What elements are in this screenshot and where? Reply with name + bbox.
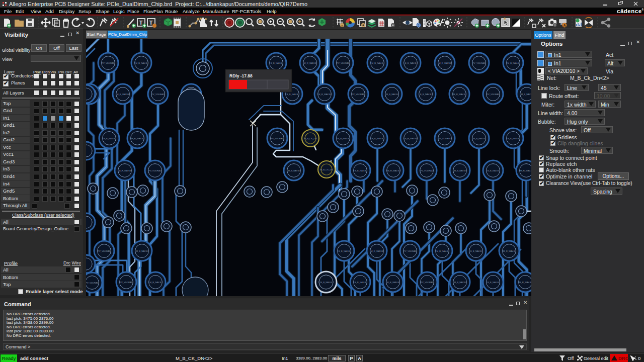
svg-text:M_R_WAV-B: M_R_WAV-B bbox=[371, 250, 383, 252]
svg-text:B_B_NAV-B: B_B_NAV-B bbox=[470, 250, 482, 252]
svg-text:M_R_WAV-B: M_R_WAV-B bbox=[117, 93, 129, 96]
svg-text:B_B_NAV-B: B_B_NAV-B bbox=[355, 281, 366, 284]
svg-text:M_R_WAV-B: M_R_WAV-B bbox=[318, 93, 331, 96]
svg-text:B_B_NAV-B: B_B_NAV-B bbox=[488, 281, 499, 284]
svg-text:PV_VDDRAD: PV_VDDRAD bbox=[438, 137, 451, 140]
svg-text:M_R_WAV-B: M_R_WAV-B bbox=[503, 250, 515, 252]
svg-text:PV_VDDRAD: PV_VDDRAD bbox=[148, 169, 162, 172]
svg-text:M_R_WAV-B: M_R_WAV-B bbox=[405, 137, 417, 140]
svg-text:B_B_NAV-B: B_B_NAV-B bbox=[420, 93, 432, 96]
svg-text:M_B_NAV-B: M_B_NAV-B bbox=[521, 93, 531, 96]
svg-text:M_B_NAV-B: M_B_NAV-B bbox=[473, 137, 485, 140]
svg-text:M_R_WAV-B: M_R_WAV-B bbox=[439, 62, 451, 64]
svg-text:B_B_NAV-B: B_B_NAV-B bbox=[508, 137, 519, 140]
svg-text:PV_VDDRAD: PV_VDDRAD bbox=[487, 93, 500, 96]
svg-text:PV_VDDRAD: PV_VDDRAD bbox=[120, 281, 133, 284]
svg-text:B_B_NAV-B: B_B_NAV-B bbox=[104, 137, 115, 140]
svg-text:M_B_NAV-B: M_B_NAV-B bbox=[337, 137, 349, 140]
svg-text:PV_VDDRAD: PV_VDDRAD bbox=[421, 281, 434, 284]
svg-text:M_B_CK_DN: M_B_CK_DN bbox=[304, 137, 316, 140]
svg-text:B_B_NAV-B: B_B_NAV-B bbox=[488, 169, 499, 172]
svg-text:PV_VDDRAD: PV_VDDRAD bbox=[98, 250, 111, 252]
svg-text:M_R_WAV-B: M_R_WAV-B bbox=[131, 137, 143, 140]
svg-text:B_B_NAV-B: B_B_NAV-B bbox=[339, 250, 350, 252]
svg-text:B_B_NAV-B: B_B_NAV-B bbox=[287, 93, 298, 96]
svg-text:M_B_NAV-B: M_B_NAV-B bbox=[371, 62, 383, 64]
svg-text:RDly -17.88: RDly -17.88 bbox=[229, 73, 253, 78]
svg-text:PV_VDDRAD: PV_VDDRAD bbox=[102, 62, 115, 64]
svg-text:M_B_NAV-B: M_B_NAV-B bbox=[507, 62, 519, 64]
svg-text:M_R_WAV-B: M_R_WAV-B bbox=[520, 169, 531, 172]
svg-text:M_B_NAV-B: M_B_NAV-B bbox=[386, 93, 397, 96]
svg-text:A: A bbox=[564, 24, 566, 27]
svg-text:M_B_NAV-B: M_B_NAV-B bbox=[136, 250, 147, 252]
svg-text:M_B_NAV-B: M_B_NAV-B bbox=[320, 281, 332, 284]
svg-text:B_B_NAV-B: B_B_NAV-B bbox=[271, 62, 282, 64]
svg-text:PV_VDDRAD: PV_VDDRAD bbox=[404, 250, 417, 252]
svg-text:PV_VDDRAD: PV_VDDRAD bbox=[86, 282, 99, 284]
svg-text:B_B_NAV-B: B_B_NAV-B bbox=[372, 137, 383, 140]
svg-text:T: T bbox=[149, 20, 153, 26]
svg-text:PV_VDDRAD: PV_VDDRAD bbox=[337, 62, 350, 64]
svg-text:M_R_WAV-B: M_R_WAV-B bbox=[519, 281, 531, 284]
svg-text:M_B_NAV-B: M_B_NAV-B bbox=[288, 169, 299, 172]
svg-text:PV_VDDRAD: PV_VDDRAD bbox=[472, 62, 486, 64]
svg-text:M_R_WAV-B: M_R_WAV-B bbox=[119, 169, 131, 172]
svg-text:M_B_NAV-B: M_B_NAV-B bbox=[149, 281, 161, 284]
svg-text:B_B_NAV-B: B_B_NAV-B bbox=[355, 169, 366, 172]
svg-text:T: T bbox=[139, 20, 143, 26]
svg-text:M_B_NAV-B: M_B_NAV-B bbox=[454, 281, 465, 284]
svg-text:B_B_NAV-B: B_B_NAV-B bbox=[405, 62, 417, 64]
svg-text:M_R_WAV-B: M_R_WAV-B bbox=[304, 62, 316, 64]
svg-text:M_B_NAV-B: M_B_NAV-B bbox=[436, 250, 448, 252]
svg-text:M_R_WAV-B: M_R_WAV-B bbox=[387, 169, 399, 172]
svg-text:M_B_NAV-B: M_B_NAV-B bbox=[135, 62, 147, 64]
svg-text:M_R_WAV-B: M_R_WAV-B bbox=[453, 93, 465, 96]
svg-text:M_B_CK_DN: M_B_CK_DN bbox=[320, 168, 333, 171]
svg-text:PV_VDDRAD: PV_VDDRAD bbox=[271, 137, 284, 140]
svg-text:M_R_WAV-B: M_R_WAV-B bbox=[387, 281, 399, 284]
svg-text:PV_VDDRAD: PV_VDDRAD bbox=[352, 93, 365, 96]
svg-text:M_B_NAV-B: M_B_NAV-B bbox=[454, 169, 465, 172]
svg-text:PV_VDDRAD: PV_VDDRAD bbox=[420, 169, 433, 172]
svg-text:PV_VDDRAD: PV_VDDRAD bbox=[151, 93, 165, 96]
